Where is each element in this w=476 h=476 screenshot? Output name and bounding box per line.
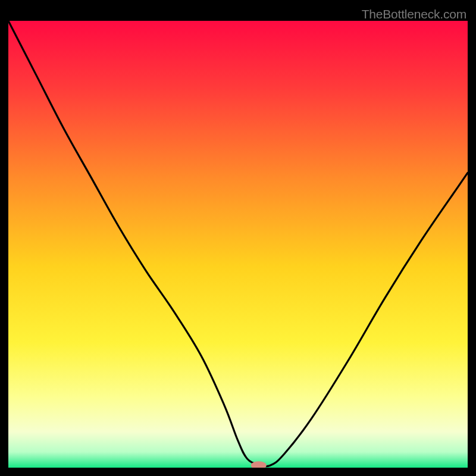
watermark-text: TheBottleneck.com xyxy=(362,7,466,21)
bottleneck-chart xyxy=(8,8,468,468)
chart-frame: TheBottleneck.com xyxy=(8,8,468,468)
plot-background xyxy=(8,21,468,468)
